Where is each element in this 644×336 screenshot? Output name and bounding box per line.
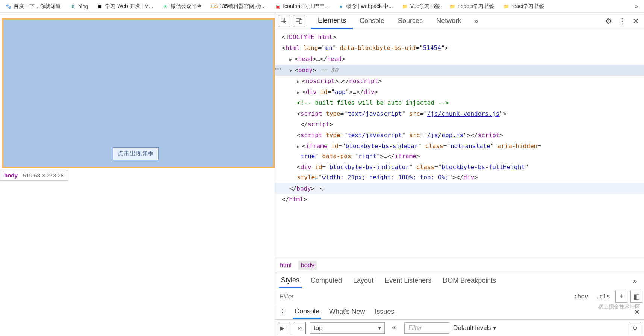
more-menu-icon[interactable]: ⋮ [617, 16, 627, 26]
bookmark-item[interactable]: 🐾百度一下，你就知道 [3, 2, 63, 11]
breadcrumb-item[interactable]: body [298, 261, 317, 270]
new-style-rule-icon[interactable]: + [615, 291, 627, 303]
bookmark-item[interactable]: ◼学习 Web 开发 | M... [95, 2, 155, 11]
dom-breadcrumb: htmlbody [275, 258, 644, 272]
bookmark-favicon-icon: b [70, 3, 76, 9]
drawer-tabs: ⋮ ConsoleWhat's NewIssues✕ [275, 304, 644, 319]
drawer-tab-issues[interactable]: Issues [373, 306, 396, 318]
bookmark-item[interactable]: 📁Vue学习书签 [400, 2, 443, 11]
dom-div-app[interactable]: ▶<div id="app">…</div> [275, 86, 644, 97]
styles-tab-dom-breakpoints[interactable]: DOM Breakpoints [440, 274, 498, 288]
panel-toggle-icon[interactable]: ◧ [630, 291, 642, 303]
dom-html-close[interactable]: </html> [275, 194, 644, 205]
dom-html-open[interactable]: <html lang="en" data-blockbyte-bs-uid="5… [275, 42, 644, 53]
console-filter-input[interactable]: Filter [404, 322, 449, 334]
bookmarks-overflow-icon[interactable]: » [632, 2, 641, 11]
bookmark-label: 学习 Web 开发 | M... [105, 3, 153, 10]
expand-toggle-icon[interactable]: ▶ [297, 89, 302, 96]
bookmark-favicon-icon: ▣ [275, 3, 281, 9]
bookmark-label: 百度一下，你就知道 [14, 3, 61, 10]
elements-dom-tree[interactable]: <!DOCTYPE html> <html lang="en" data-blo… [275, 29, 644, 258]
drawer-menu-icon[interactable]: ⋮ [279, 307, 286, 316]
dom-script-app[interactable]: <script type="text/javascript" src="/js/… [275, 130, 644, 141]
hov-toggle[interactable]: :hov [570, 293, 592, 300]
devtools-tab-console[interactable]: Console [353, 13, 391, 29]
console-sidebar-toggle-icon[interactable]: ▶│ [278, 322, 290, 334]
cls-toggle[interactable]: .cls [592, 293, 614, 300]
bookmark-favicon-icon: ● [338, 3, 344, 9]
devtools-toolbar: ElementsConsoleSourcesNetwork » ⚙ ⋮ ✕ [275, 13, 644, 29]
styles-pane-tabs: StylesComputedLayoutEvent ListenersDOM B… [275, 272, 644, 289]
styles-filter-input[interactable] [275, 289, 570, 304]
close-devtools-icon[interactable]: ✕ [630, 16, 641, 26]
bookmark-item[interactable]: 📁react学习书签 [501, 2, 546, 11]
devtools-tab-sources[interactable]: Sources [391, 13, 429, 29]
bookmark-label: bing [78, 3, 88, 9]
more-styles-tabs-icon[interactable]: » [630, 275, 640, 286]
drawer-tab-console[interactable]: Console [293, 305, 321, 319]
bookmark-label: Iconfont-阿里巴巴... [283, 3, 329, 10]
bookmark-item[interactable]: ▣Iconfont-阿里巴巴... [272, 2, 331, 11]
dom-iframe[interactable]: ▶<iframe id="blockbyte-bs-sidebar" class… [275, 141, 644, 162]
console-toolbar: ▶│ ⊘ top 👁 Filter Default levels ▾ ⚙ [275, 319, 644, 336]
console-levels-select[interactable]: Default levels ▾ [453, 324, 496, 332]
bookmark-label: 微信公众平台 [171, 3, 202, 10]
bookmark-favicon-icon: 📁 [449, 3, 455, 9]
body-highlight-overlay [2, 18, 275, 168]
bookmark-label: 概念 | webpack 中... [346, 3, 393, 10]
dom-comment[interactable]: <!-- built files will be auto injected -… [275, 97, 644, 108]
watermark-text: 稀土掘金技术社区 [598, 304, 640, 310]
bookmarks-bar: 🐾百度一下，你就知道bbing◼学习 Web 开发 | M...✳微信公众平台1… [0, 0, 644, 13]
dom-noscript[interactable]: ▶<noscript>…</noscript> [275, 76, 644, 86]
devtools-main-tabs: ElementsConsoleSourcesNetwork [311, 13, 468, 29]
expand-toggle-icon[interactable]: ▶ [289, 56, 295, 63]
chevron-down-icon: ▾ [493, 324, 496, 332]
console-context-select[interactable]: top [310, 322, 385, 334]
dom-script-vendors[interactable]: <script type="text/javascript" src="/js/… [275, 108, 644, 129]
inspect-element-icon[interactable] [278, 15, 290, 27]
tooltip-dimensions: 519.68 × 273.28 [23, 172, 64, 179]
dom-body-close[interactable]: </body> ↖ [275, 183, 644, 194]
drawer-tab-what-s-new[interactable]: What's New [328, 306, 366, 318]
page-preview: 点击出现弹框 body 519.68 × 273.28 [0, 13, 275, 336]
bookmark-favicon-icon: 135 [211, 3, 217, 9]
bookmark-favicon-icon: ✳ [162, 3, 168, 9]
popup-trigger-button[interactable]: 点击出现弹框 [113, 147, 159, 160]
svg-rect-2 [299, 20, 302, 24]
bookmark-item[interactable]: bbing [68, 2, 90, 11]
bookmark-item[interactable]: 📁nodejs学习书签 [447, 2, 496, 11]
expand-toggle-icon[interactable]: ▶ [297, 78, 302, 85]
dom-div-indicator[interactable]: <div id="blockbyte-bs-indicator" class="… [275, 162, 644, 183]
dom-body-open[interactable]: ▼<body> == $0 [275, 65, 644, 76]
bookmark-label: Vue学习书签 [410, 3, 440, 10]
bookmark-label: 135编辑器官网-微... [219, 3, 266, 10]
collapse-toggle-icon[interactable]: ▼ [289, 67, 295, 74]
styles-tab-layout[interactable]: Layout [351, 274, 376, 288]
settings-gear-icon[interactable]: ⚙ [603, 16, 614, 26]
styles-tab-computed[interactable]: Computed [308, 274, 344, 288]
console-settings-gear-icon[interactable]: ⚙ [629, 322, 641, 334]
bookmark-label: nodejs学习书签 [458, 3, 494, 10]
bookmark-item[interactable]: ●概念 | webpack 中... [336, 2, 395, 11]
tooltip-tag: body [4, 172, 18, 179]
devtools-tab-network[interactable]: Network [429, 13, 468, 29]
styles-tab-event-listeners[interactable]: Event Listeners [382, 274, 434, 288]
breadcrumb-item[interactable]: html [280, 262, 292, 269]
live-expression-icon[interactable]: 👁 [389, 322, 401, 334]
dom-doctype[interactable]: <!DOCTYPE html> [275, 32, 644, 42]
bookmark-label: react学习书签 [511, 3, 544, 10]
more-tabs-icon[interactable]: » [471, 16, 481, 26]
bookmark-favicon-icon: ◼ [97, 3, 103, 9]
device-toggle-icon[interactable] [293, 15, 305, 27]
expand-toggle-icon[interactable]: ▶ [297, 143, 302, 150]
bookmark-favicon-icon: 📁 [503, 3, 509, 9]
dom-head[interactable]: ▶<head>…</head> [275, 53, 644, 64]
bookmark-favicon-icon: 🐾 [5, 3, 11, 9]
clear-console-icon[interactable]: ⊘ [294, 322, 306, 334]
mouse-cursor-icon: ↖ [320, 185, 324, 192]
bookmark-item[interactable]: 135135编辑器官网-微... [209, 2, 268, 11]
styles-tab-styles[interactable]: Styles [279, 273, 302, 288]
bookmark-item[interactable]: ✳微信公众平台 [160, 2, 204, 11]
element-inspector-tooltip: body 519.68 × 273.28 [0, 170, 68, 181]
devtools-tab-elements[interactable]: Elements [311, 13, 353, 29]
